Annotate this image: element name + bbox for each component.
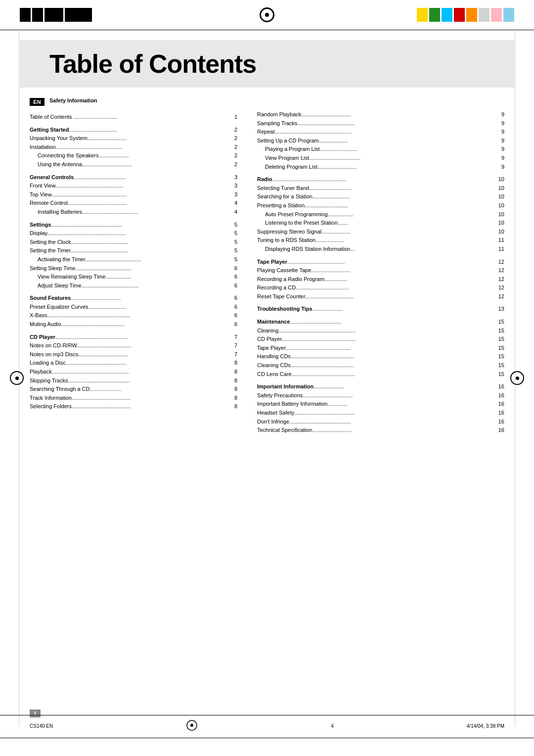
footer-target-icon <box>186 719 198 731</box>
toc-page-techspec: 16 <box>498 426 504 435</box>
toc-entry-sampling: Sampling Tracks.........................… <box>257 119 504 128</box>
toc-entry-tapeplayermaint: Tape Player.............................… <box>257 344 504 353</box>
toc-page-recordcd: 12 <box>498 284 504 292</box>
toc-title-handlingcds: Handling CDs............................… <box>257 352 354 361</box>
top-line <box>0 30 534 30</box>
toc-entry-maintenance: Maintenance.............................… <box>257 318 504 327</box>
toc-entry-handlingcds: Handling CDs............................… <box>257 352 504 361</box>
toc-entry-viewprogramlist: View Program List.......................… <box>257 154 504 163</box>
toc-title-tapeplayermaint: Tape Player.............................… <box>257 344 351 353</box>
toc-entry-sleeptime: Setting Sleep Time......................… <box>30 264 237 273</box>
toc-title-settings: Settings................................… <box>30 221 122 230</box>
toc-page-safetyprecautions: 16 <box>498 391 504 400</box>
toc-title-repeat: Repeat..................................… <box>257 128 352 137</box>
toc-page-loaddisc: 8 <box>234 359 237 368</box>
toc-title-equalizer: Preset Equalizer Curves.................… <box>30 303 126 312</box>
toc-title-tunerband: Selecting Tuner Band....................… <box>257 184 352 193</box>
toc-title-settingclock: Setting the Clock.......................… <box>30 238 128 247</box>
footer-center-target <box>186 719 198 732</box>
toc-page-cassette: 12 <box>498 266 504 275</box>
toc-title-cdrw: Notes on CD-R/RW........................… <box>30 341 131 350</box>
black-block-4 <box>65 8 92 22</box>
toc-title-resettape: Reset Tape Counter......................… <box>257 292 354 301</box>
toc-page-trackinfo: 8 <box>234 394 237 403</box>
toc-page-resettape: 12 <box>498 292 504 301</box>
toc-page-skipping: 8 <box>234 377 237 385</box>
toc-title-mp3: Notes on mp3 Discs......................… <box>30 350 128 359</box>
toc-entry-cleaningcds: Cleaning CDs............................… <box>257 361 504 370</box>
header-center-target <box>260 7 274 22</box>
toc-entry-getting-started: Getting Started.........................… <box>30 126 237 135</box>
toc-entry-sound: Sound Features..........................… <box>30 294 237 303</box>
toc-page-viewsleep: 6 <box>234 273 237 282</box>
toc-page-rdsinfo: 11 <box>498 245 504 254</box>
toc-title-cdplayer: CD Player...............................… <box>30 333 128 342</box>
toc-page-troubleshooting: 13 <box>498 305 504 314</box>
toc-title-installation: Installation............................… <box>30 143 122 152</box>
toc-title-presetstation: Presetting a Station....................… <box>257 201 349 210</box>
toc-page-tunerband: 10 <box>498 184 504 193</box>
toc-title-importantinfo: Important Information...................… <box>257 382 344 391</box>
toc-page-batteryinfo: 16 <box>498 400 504 409</box>
toc-entry-programlist: Playing a Program List..................… <box>257 145 504 154</box>
color-blocks-right <box>417 8 514 22</box>
toc-entry-adjustsleep: Adjust Sleep Time.......................… <box>30 282 237 290</box>
main-content: EN Safety Information Table of Contents … <box>0 97 534 435</box>
toc-page-cdlens: 15 <box>498 370 504 379</box>
toc-title-rdsinfo: Displaying RDS Station Information... <box>265 245 355 254</box>
toc-page-installation: 2 <box>234 143 237 152</box>
toc-title-cdprogram: Setting Up a CD Program.................… <box>257 137 348 145</box>
toc-page-settingclock: 5 <box>234 238 237 247</box>
toc-page-random: 9 <box>501 110 504 119</box>
toc-entry-frontview: Front View..............................… <box>30 182 237 190</box>
color-block-cyan <box>442 8 452 22</box>
toc-title-remote: Remote Control..........................… <box>30 199 127 208</box>
toc-entry-batteryinfo: Important Battery Information...........… <box>257 400 504 409</box>
toc-title-headsetsafety: Headset Safety..........................… <box>257 409 355 418</box>
safety-info-label: Safety Information <box>49 97 97 103</box>
toc-title-topview: Top View................................… <box>30 190 127 199</box>
toc-title-techspec: Technical Specification.................… <box>257 426 352 435</box>
toc-page-adjustsleep: 6 <box>234 282 237 290</box>
toc-page-repeat: 9 <box>501 128 504 137</box>
toc-entry-connecting: Connecting the Speakers.................… <box>30 151 237 160</box>
toc-title-recordradio: Recording a Radio Program............... <box>257 275 347 284</box>
toc-page-cdplayer: 7 <box>234 333 237 342</box>
toc-title-toc: Table of Contents ......................… <box>30 113 117 122</box>
toc-page-sampling: 9 <box>501 119 504 128</box>
toc-entry-recordcd: Recording a CD..........................… <box>257 284 504 292</box>
toc-title-skipping: Skipping Tracks.........................… <box>30 377 130 385</box>
color-block-green <box>429 8 440 22</box>
toc-page-searchstation: 10 <box>498 192 504 201</box>
toc-page-autopreset: 10 <box>498 210 504 219</box>
toc-page-presetstation: 10 <box>498 201 504 210</box>
toc-title-recordcd: Recording a CD..........................… <box>257 284 349 292</box>
toc-entry-stereo: Suppressing Stereo Signal...............… <box>257 228 504 236</box>
en-section: EN Safety Information <box>30 97 237 106</box>
toc-page-handlingcds: 15 <box>498 352 504 361</box>
toc-page-dontinfringe: 16 <box>498 418 504 426</box>
toc-entry-unpacking: Unpacking Your System...................… <box>30 134 237 143</box>
toc-title-cleaning: Cleaning................................… <box>257 327 356 335</box>
toc-page-remote: 4 <box>234 199 237 208</box>
toc-page-cleaningcds: 15 <box>498 361 504 370</box>
toc-page-settingtimer: 5 <box>234 246 237 255</box>
toc-entry-settingtimer: Setting the Timer.......................… <box>30 246 237 255</box>
toc-entry-trackinfo: Track Information.......................… <box>30 394 237 403</box>
toc-entry-dontinfringe: Don't Infringe..........................… <box>257 418 504 426</box>
toc-title-batteries: Installing Batteries....................… <box>38 208 138 217</box>
black-block-1 <box>20 8 31 22</box>
toc-page-headsetsafety: 16 <box>498 409 504 418</box>
toc-page-muting: 6 <box>234 320 237 329</box>
toc-page-display: 5 <box>234 229 237 238</box>
toc-page-frontview: 3 <box>234 182 237 190</box>
toc-title-muting: Muting Audio............................… <box>30 320 125 329</box>
toc-page-stereo: 10 <box>498 228 504 236</box>
toc-entry-cdprogram: Setting Up a CD Program.................… <box>257 137 504 145</box>
toc-entry-searching: Searching Through a CD..................… <box>30 385 237 394</box>
toc-title-rds: Tuning to a RDS Station.................… <box>257 236 344 245</box>
toc-entry-safetyprecautions: Safety Precautions......................… <box>257 391 504 400</box>
toc-title-adjustsleep: Adjust Sleep Time.......................… <box>38 282 139 290</box>
toc-entry-repeat: Repeat..................................… <box>257 128 504 137</box>
toc-entry-toc: Table of Contents ......................… <box>30 113 237 122</box>
